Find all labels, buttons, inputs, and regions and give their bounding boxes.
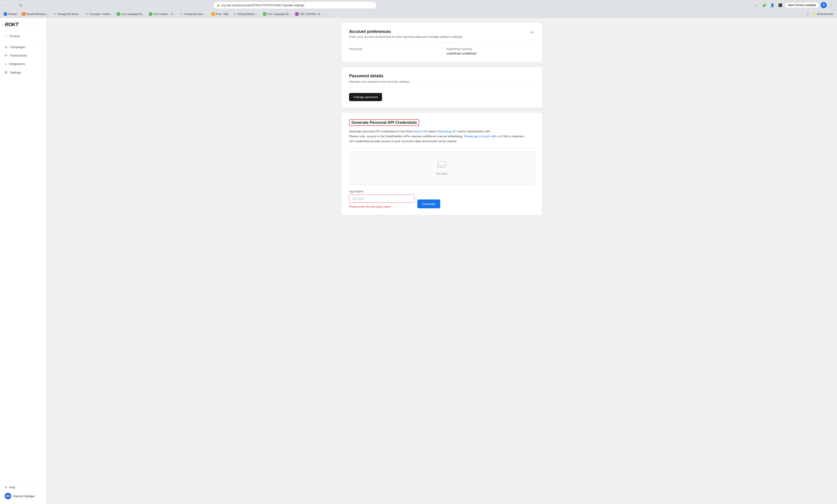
bookmark-label-coil-language2: CoiL Language Re...	[267, 13, 291, 15]
sidebar-item-transactions-left: ⇄ Transactions	[5, 54, 27, 57]
bookmark-vonage[interactable]: V Vonage API Devel...	[51, 12, 82, 16]
content-wrapper: Account preferences Enter your account p…	[337, 18, 547, 224]
forward-button[interactable]: →	[10, 2, 16, 8]
sidebar-item-integrations[interactable]: ⟡ Integrations ⌄	[0, 59, 47, 68]
bookmark-t267655[interactable]: ⚡ (10) T-267655 - B...	[293, 12, 324, 16]
bookmark-getting-started[interactable]: V Getting Started -...	[231, 12, 260, 16]
folder-icon: 📁	[813, 12, 816, 15]
sidebar-help-label: Help	[9, 486, 15, 489]
bookmark-label-base64: Base64 Decode a...	[26, 13, 49, 15]
bookmark-favicon-coil-language2: C	[263, 12, 266, 16]
change-password-button[interactable]: Change password	[349, 93, 382, 101]
account-preferences-edit-button[interactable]: ✏	[530, 29, 535, 36]
account-preferences-subtitle: Enter your account preferences to view r…	[349, 35, 463, 39]
bookmark-label-fivetran: Fivetran	[8, 13, 17, 15]
sidebar-logo-area: ROKT	[0, 18, 47, 32]
bookmarks-folder-label: All Bookmarks	[817, 13, 833, 15]
help-icon: ⊙	[5, 486, 7, 489]
bookmark-favicon-vonage: V	[53, 12, 57, 16]
bookmark-favicon-coil-feature: C	[149, 12, 152, 16]
api-note-part3: API credentials provide access to your a…	[349, 139, 457, 143]
bookmark-favicon-github: ⬡	[180, 12, 183, 16]
sidebar-item-settings-label: Settings	[10, 71, 21, 74]
app-name-label: App Name	[349, 190, 414, 193]
sidebar-item-transactions[interactable]: ⇄ Transactions ⌄	[0, 51, 47, 59]
no-data-label: No Data	[436, 172, 447, 175]
bookmark-favicon-getting-started: V	[233, 12, 236, 16]
browser-actions: ☆ 🧩 👤 ⬛ New Chrome available R ⋮	[753, 2, 835, 8]
api-note-part2: if this is required..	[500, 134, 525, 138]
no-data-container: No Data	[349, 151, 535, 185]
lock-icon: 🔒	[216, 3, 220, 7]
timezone-field: Timezone	[349, 47, 437, 55]
settings-icon: ⚙	[5, 71, 8, 74]
new-chrome-button[interactable]: New Chrome available	[785, 2, 819, 8]
bookmark-coil-language[interactable]: C CoiL Language Re...	[115, 12, 146, 16]
bookmark-fivetran[interactable]: F Fivetran	[2, 12, 19, 16]
nav-buttons: ← → ↻	[2, 2, 24, 8]
bookmark-label-coil-language: CoiL Language Re...	[121, 13, 144, 15]
bookmark-coil-feature[interactable]: C CoiL Feature -- S...	[147, 12, 177, 16]
app-name-error: Please enter the new app's name.	[349, 205, 414, 208]
bookmark-label-post-slab: Post - Slab	[216, 13, 228, 15]
reporting-api-link[interactable]: Reporting API	[438, 130, 457, 133]
back-button[interactable]: ←	[2, 2, 9, 8]
bookmark-star-button[interactable]: ☆	[753, 2, 760, 8]
api-description-part3: and/or DataDeletion API.	[457, 130, 491, 133]
reporting-currency-field: Reporting currency undefined undefined	[447, 47, 535, 55]
app-name-input[interactable]	[349, 194, 414, 203]
bookmark-label-getting-started: Getting Started -...	[237, 13, 259, 15]
bookmark-label-concepts: Concepts > Authe...	[89, 13, 112, 15]
account-preferences-card: Account preferences Enter your account p…	[341, 22, 542, 62]
sidebar-nav: ◎ Campaigns ⌄ ⇄ Transactions ⌄ ⟡ Integra…	[0, 41, 47, 481]
main-content: Account preferences Enter your account p…	[47, 18, 837, 504]
api-description-part1: Generate personal API credentials for th…	[349, 130, 413, 133]
bookmark-github[interactable]: ⬡ Comparing main......	[178, 12, 209, 16]
sidebar-back-button[interactable]: ← Fivetran	[0, 32, 47, 41]
bookmarks-more-button[interactable]: »	[805, 12, 810, 16]
sidebar-help-item[interactable]: ⊙ Help	[5, 484, 42, 491]
sidebar-footer: ⊙ Help RN Rashmi Nadiger	[0, 481, 47, 504]
browser-chrome: ← → ↻ 🔒 my.rokt.com/accounts/32764175757…	[0, 0, 837, 18]
bookmark-favicon-t267655: ⚡	[295, 12, 299, 16]
bookmark-favicon-coil-language: C	[117, 12, 120, 16]
bookmark-label-github: Comparing main......	[184, 13, 207, 15]
api-credentials-title-wrapper: Generate Personal API Credentials	[349, 119, 419, 126]
bookmark-favicon-base64: B	[22, 12, 25, 16]
generate-button[interactable]: Generate	[417, 200, 440, 208]
reporting-currency-label: Reporting currency	[447, 47, 535, 51]
sidebar-logo: ROKT	[5, 21, 18, 27]
picture-in-picture-button[interactable]: ⬛	[777, 2, 783, 8]
sidebar-user-name: Rashmi Nadiger	[13, 494, 35, 498]
sidebar-item-campaigns-left: ◎ Campaigns	[5, 45, 25, 49]
campaigns-chevron-icon: ⌄	[40, 46, 42, 48]
reload-button[interactable]: ↻	[17, 2, 24, 8]
bookmarks-bar: F Fivetran B Base64 Decode a... V Vonage…	[0, 10, 837, 18]
events-api-link[interactable]: Events API	[413, 130, 428, 133]
bookmark-concepts[interactable]: V Concepts > Authe...	[83, 12, 113, 16]
bookmark-coil-language2[interactable]: C CoiL Language Re...	[261, 12, 293, 16]
timezone-label: Timezone	[349, 47, 437, 51]
bookmark-favicon-concepts: V	[85, 12, 88, 16]
sidebar-item-settings-left: ⚙ Settings	[5, 71, 21, 74]
password-details-title: Password details	[349, 74, 535, 78]
address-url: my.rokt.com/accounts/3276417575727423617…	[221, 3, 304, 7]
account-preferences-header: Account preferences Enter your account p…	[349, 29, 535, 42]
sidebar-item-campaigns[interactable]: ◎ Campaigns ⌄	[0, 43, 47, 51]
address-bar[interactable]: 🔒 my.rokt.com/accounts/32764175757274236…	[213, 1, 377, 9]
profile-sync-button[interactable]: 👤	[769, 2, 776, 8]
contact-link[interactable]: Please get in touch with us	[464, 134, 500, 138]
bookmarks-folder[interactable]: 📁 All Bookmarks	[811, 12, 835, 16]
bookmark-base64[interactable]: B Base64 Decode a...	[20, 12, 51, 16]
extension-button[interactable]: 🧩	[761, 2, 768, 8]
app-name-form: App Name Please enter the new app's name…	[349, 190, 535, 208]
sidebar-user-profile: RN Rashmi Nadiger	[5, 491, 42, 501]
more-options-button[interactable]: ⋮	[828, 2, 835, 8]
campaigns-icon: ◎	[5, 45, 7, 49]
password-details-subtitle: Manage your password and security settin…	[349, 80, 535, 87]
sidebar-item-settings[interactable]: ⚙ Settings ⌄	[0, 68, 47, 77]
bookmark-favicon-post-slab: P	[212, 12, 215, 16]
back-arrow-icon: ←	[5, 34, 8, 38]
bookmark-post-slab[interactable]: P Post - Slab	[210, 12, 230, 16]
browser-profile-avatar[interactable]: R	[821, 2, 827, 8]
